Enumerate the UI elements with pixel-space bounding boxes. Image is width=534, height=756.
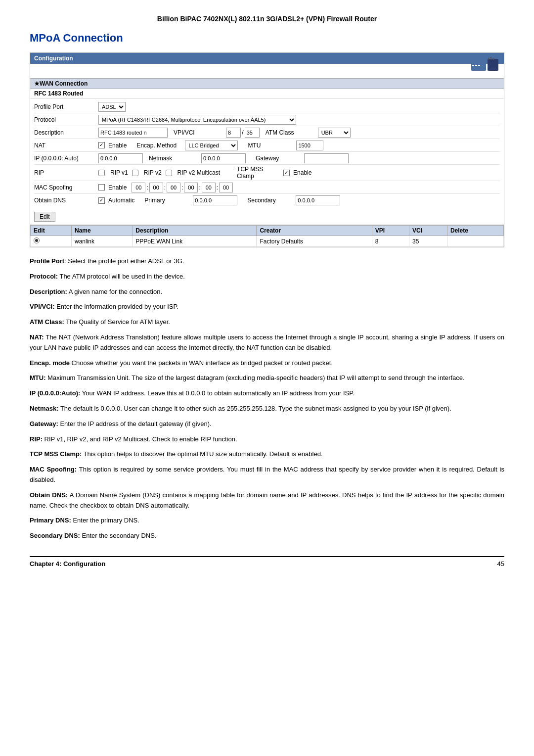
term-protocol: Protocol:: [30, 273, 58, 280]
protocol-value-cell: MPoA (RFC1483/RFC2684, Multiprotocol Enc…: [98, 115, 500, 125]
vpivci-label: VPI/VCI: [170, 129, 224, 136]
secondary-dns-input[interactable]: [296, 195, 340, 205]
header-title: Billion BiPAC 7402NX(L) 802.11n 3G/ADSL2…: [157, 15, 377, 23]
rip-v1-checkbox[interactable]: [98, 170, 105, 176]
desc-vpivci: VPI/VCI: Enter the information provided …: [30, 302, 504, 312]
rest-encap: Choose whether you want the packets in W…: [70, 359, 333, 367]
desc-gateway: Gateway: Enter the IP address of the def…: [30, 419, 504, 429]
description-input[interactable]: [98, 128, 168, 138]
term-mtu: MTU:: [30, 374, 46, 381]
netmask-label: Netmask: [145, 155, 199, 162]
nat-checkbox-checked: [98, 142, 105, 148]
config-box: Configuration ★WAN Connection RFC 1483 R…: [30, 52, 504, 247]
desc-protocol: Protocol: The ATM protocol will be used …: [30, 272, 504, 282]
col-vci: VCI: [409, 226, 447, 236]
nat-row: NAT Enable Encap. Method LLC Bridged LLC…: [34, 139, 500, 152]
table-section: Edit Name Description Creator VPI VCI De…: [30, 225, 504, 247]
mac-field-3[interactable]: [167, 183, 180, 192]
row-vci: 35: [409, 236, 447, 247]
obtain-dns-checkbox: [98, 197, 105, 204]
ip-row: IP (0.0.0.0: Auto) Netmask Gateway: [34, 152, 500, 165]
mac-field-2[interactable]: [149, 183, 163, 192]
profile-port-value-cell: ADSL 3G: [98, 102, 500, 112]
form-section: Profile Port ADSL 3G Protocol MPoA (RFC1…: [30, 98, 504, 209]
term-profile-port: Profile Port: [30, 257, 64, 265]
profile-port-row: Profile Port ADSL 3G: [34, 100, 500, 113]
primary-dns-input[interactable]: [193, 195, 237, 205]
col-vpi: VPI: [372, 226, 409, 236]
page-footer: Chapter 4: Configuration 45: [30, 556, 504, 567]
term-gateway: Gateway:: [30, 420, 58, 427]
rest-protocol: The ATM protocol will be used in the dev…: [58, 273, 185, 280]
atm-class-select[interactable]: UBR CBR VBR-rt VBR-nrt: [318, 128, 351, 138]
row-description: PPPoE WAN Link: [133, 236, 257, 247]
footer-page: 45: [497, 560, 504, 567]
rest-primary-dns: Enter the primary DNS.: [71, 517, 139, 524]
mac-field-1[interactable]: [132, 183, 145, 192]
vpi-input[interactable]: [226, 128, 241, 138]
nat-value-cell: Enable Encap. Method LLC Bridged LLC Rou…: [98, 141, 500, 150]
term-tcp-mss: TCP MSS Clamp:: [30, 450, 82, 458]
protocol-select[interactable]: MPoA (RFC1483/RFC2684, Multiprotocol Enc…: [98, 115, 296, 125]
profile-port-select[interactable]: ADSL 3G: [98, 102, 126, 112]
rip-v2-multicast-checkbox[interactable]: [166, 170, 172, 176]
wan-section-header: ★WAN Connection: [30, 78, 504, 89]
config-header-label: Configuration: [30, 53, 504, 64]
mac-spoofing-label: MAC Spoofing: [34, 184, 98, 191]
rest-secondary-dns: Enter the secondary DNS.: [80, 532, 157, 539]
mtu-input[interactable]: [296, 141, 323, 150]
tcp-mss-label: TCP MSS Clamp: [222, 166, 281, 180]
term-description: Description:: [30, 288, 67, 295]
term-netmask: Netmask:: [30, 405, 59, 412]
wan-table: Edit Name Description Creator VPI VCI De…: [30, 225, 504, 247]
desc-mtu: MTU: Maximum Transmission Unit. The size…: [30, 373, 504, 383]
desc-nat: NAT: The NAT (Network Address Translatio…: [30, 332, 504, 353]
col-edit: Edit: [31, 226, 72, 236]
rip-label: RIP: [34, 169, 98, 176]
desc-mac-spoofing: MAC Spoofing: This option is required by…: [30, 465, 504, 485]
mac-address-fields: : : : : :: [132, 183, 233, 192]
mac-field-5[interactable]: [202, 183, 216, 192]
table-row: wanlink PPPoE WAN Link Factory Defaults …: [31, 236, 504, 247]
description-row: Description VPI/VCI / ATM Class UBR CBR …: [34, 126, 500, 139]
rest-ip: Your WAN IP address. Leave this at 0.0.0…: [80, 389, 355, 397]
ip-input[interactable]: [98, 153, 143, 163]
encap-method-select[interactable]: LLC Bridged LLC Routed VC Mux Bridged VC…: [185, 141, 238, 150]
rest-netmask: The default is 0.0.0.0. User can change …: [59, 405, 451, 412]
desc-primary-dns: Primary DNS: Enter the primary DNS.: [30, 516, 504, 526]
obtain-dns-auto-label: Automatic: [108, 197, 134, 204]
gateway-label: Gateway: [248, 155, 302, 162]
vci-input[interactable]: [245, 128, 260, 138]
desc-netmask: Netmask: The default is 0.0.0.0. User ca…: [30, 404, 504, 414]
term-obtain-dns: Obtain DNS:: [30, 491, 68, 499]
col-creator: Creator: [257, 226, 372, 236]
desc-secondary-dns: Secondary DNS: Enter the secondary DNS.: [30, 531, 504, 541]
term-nat: NAT:: [30, 333, 44, 341]
gateway-input[interactable]: [304, 153, 349, 163]
slash-separator: /: [242, 129, 244, 136]
svg-rect-4: [478, 65, 480, 66]
obtain-dns-value-cell: Automatic Primary Secondary: [98, 195, 500, 205]
rest-nat: The NAT (Network Address Translation) fe…: [30, 333, 504, 351]
mac-field-4[interactable]: [184, 183, 198, 192]
router-icon: [470, 56, 500, 74]
svg-rect-3: [475, 65, 477, 66]
svg-rect-2: [472, 65, 474, 66]
config-logo-area: [466, 53, 504, 78]
row-edit: [31, 236, 72, 247]
obtain-dns-label: Obtain DNS: [34, 197, 98, 204]
rest-tcp-mss: This option helps to discover the optima…: [82, 450, 322, 458]
row-radio[interactable]: [34, 237, 40, 243]
encap-method-label: Encap. Method: [129, 142, 183, 149]
row-creator: Factory Defaults: [257, 236, 372, 247]
wan-type-label: RFC 1483 Routed: [30, 89, 504, 98]
profile-port-label: Profile Port: [34, 103, 98, 110]
rip-v2-checkbox[interactable]: [132, 170, 138, 176]
edit-button[interactable]: Edit: [34, 212, 55, 222]
netmask-input[interactable]: [201, 153, 246, 163]
desc-obtain-dns: Obtain DNS: A Domain Name System (DNS) c…: [30, 490, 504, 511]
description-section: Profile Port: Select the profile port ei…: [30, 256, 504, 541]
rest-mtu: Maximum Transmission Unit. The size of t…: [46, 374, 465, 381]
rest-profile-port: : Select the profile port either ADSL or…: [64, 257, 184, 265]
mac-field-6[interactable]: [219, 183, 233, 192]
